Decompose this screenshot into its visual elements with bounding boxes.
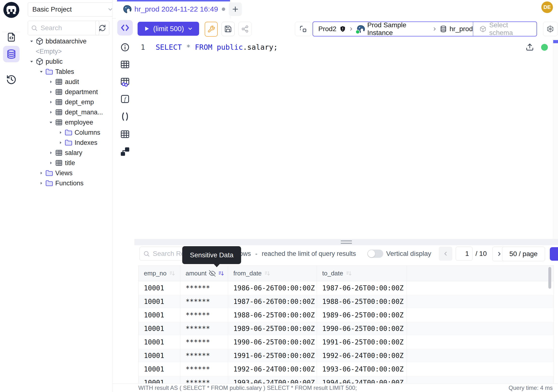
chevron-right-icon[interactable] (48, 160, 53, 166)
export-button[interactable] (550, 247, 558, 261)
postgresql-icon (122, 5, 131, 14)
tree-item-audit[interactable]: audit (23, 77, 112, 87)
tree-item-label: title (65, 159, 75, 167)
sql-code-line: 1SELECT * FROM public.salary; (140, 43, 278, 52)
folder-icon (65, 139, 72, 147)
tree-item-indexes[interactable]: Indexes (23, 138, 112, 148)
tree-item-views[interactable]: Views (23, 168, 112, 178)
new-tab-button[interactable] (229, 2, 242, 16)
user-avatar[interactable]: DE (541, 1, 553, 13)
line-number: 1 (140, 43, 145, 52)
schema-select[interactable]: Select schema (473, 22, 537, 36)
tree-item-title[interactable]: title (23, 158, 112, 168)
sql-editor[interactable]: 1SELECT * FROM public.salary; (134, 39, 558, 239)
page-size-select[interactable]: 50 / page (502, 247, 545, 261)
openai-icon (546, 25, 554, 33)
cell: 10001 (139, 281, 180, 295)
chevron-right-icon[interactable] (58, 130, 63, 135)
chevron-right-icon[interactable] (58, 140, 63, 145)
info-panel-button[interactable] (117, 40, 133, 55)
vertical-display-toggle[interactable] (367, 250, 383, 258)
database-nav-button[interactable] (3, 46, 19, 62)
prev-page-button[interactable] (439, 247, 452, 261)
chevron-right-icon[interactable] (48, 110, 53, 115)
sidebar-search-input[interactable] (40, 24, 96, 32)
project-select[interactable]: Basic Project (28, 2, 117, 17)
table-scrollbar-thumb[interactable] (548, 267, 551, 289)
chevron-right-icon (349, 26, 354, 32)
tree-item-department[interactable]: department (23, 87, 112, 97)
schema-diagram-panel-button[interactable] (117, 144, 133, 159)
chevron-right-icon[interactable] (48, 99, 53, 105)
data-table-panel-button[interactable] (117, 126, 133, 142)
schema-diagram-icon (120, 147, 130, 157)
share-button[interactable] (238, 22, 252, 36)
table-row[interactable]: 10001******1989-06-25T00:00:00Z1990-06-2… (139, 322, 554, 335)
table-row[interactable]: 10001******1993-06-24T00:00:00Z1994-06-2… (139, 376, 554, 383)
ai-assistant-button[interactable] (543, 22, 558, 36)
tree-item-functions[interactable]: Functions (23, 178, 112, 188)
batch-query-button[interactable] (295, 22, 311, 36)
results-table[interactable]: emp_noamountfrom_dateto_date 10001******… (138, 266, 554, 383)
upload-icon[interactable] (526, 43, 534, 51)
bytebase-logo-icon[interactable] (3, 2, 19, 18)
sort-icon[interactable] (346, 270, 352, 277)
table-relations-panel-button[interactable] (117, 74, 133, 90)
sort-icon[interactable] (169, 270, 176, 277)
vertical-display-label: Vertical display (386, 247, 431, 261)
sort-icon[interactable] (218, 270, 225, 277)
tree-item-salary[interactable]: salary (23, 148, 112, 158)
tree-item-employee[interactable]: employee (23, 117, 112, 127)
table-row[interactable]: 10001******1992-06-24T00:00:00Z1993-06-2… (139, 362, 554, 376)
eye-off-icon[interactable] (209, 270, 216, 277)
table-row[interactable]: 10001******1987-06-26T00:00:00Z1988-06-2… (139, 295, 554, 308)
page-number-input[interactable]: 1 (456, 247, 472, 261)
chevron-right-icon[interactable] (48, 150, 53, 156)
run-query-button[interactable]: (limit 500) (138, 22, 199, 36)
table-row[interactable]: 10001******1990-06-25T00:00:00Z1991-06-2… (139, 335, 554, 349)
column-header-from_date[interactable]: from_date (228, 266, 317, 281)
tree-item-dept-mana[interactable]: dept_mana... (23, 107, 112, 117)
table-body: 10001******1986-06-26T00:00:00Z1987-06-2… (139, 281, 554, 383)
chevron-down-icon[interactable] (48, 120, 53, 125)
chevron-right-icon[interactable] (39, 170, 44, 176)
function-panel-button[interactable]: f (117, 91, 133, 107)
column-header-to_date[interactable]: to_date (317, 266, 407, 281)
table-row[interactable]: 10001******1988-06-25T00:00:00Z1989-06-2… (139, 308, 554, 322)
tree-item-bbdataarchive[interactable]: bbdataarchive (23, 36, 112, 46)
tree-item-tables[interactable]: Tables (23, 67, 112, 77)
panel-splitter[interactable] (134, 239, 558, 245)
worksheet-file-nav-button[interactable] (3, 29, 19, 45)
refresh-button[interactable] (95, 21, 109, 35)
chevron-right-icon[interactable] (39, 181, 44, 186)
cell: 1991-06-25T00:00:00Z (317, 335, 407, 349)
tree-item-public[interactable]: public (23, 56, 112, 67)
brackets-panel-button[interactable] (117, 109, 133, 124)
table-panel-button[interactable] (117, 57, 133, 72)
code-panel-button[interactable] (117, 20, 133, 35)
editor-scrollbar[interactable] (553, 39, 558, 239)
column-header-amount[interactable]: amount (180, 266, 228, 281)
connection-breadcrumb[interactable]: Prod2 Prod Sample Instance hr_prod Selec… (313, 21, 537, 36)
column-header-emp_no[interactable]: emp_no (139, 266, 180, 281)
tab-hr-prod[interactable]: hr_prod 2024-11-22 16:49 (117, 0, 230, 18)
table-row[interactable]: 10001******1986-06-26T00:00:00Z1987-06-2… (139, 281, 554, 295)
chevron-down-icon[interactable] (29, 59, 34, 64)
save-button[interactable] (222, 22, 235, 36)
sort-icon[interactable] (264, 270, 271, 277)
history-nav-button[interactable] (3, 71, 19, 88)
admin-wrench-button[interactable] (205, 22, 218, 37)
svg-text:f: f (124, 96, 126, 102)
tree-item-dept-emp[interactable]: dept_emp (23, 97, 112, 107)
chevron-down-icon[interactable] (39, 69, 44, 74)
chevron-down-icon[interactable] (29, 39, 34, 44)
table-row[interactable]: 10001******1991-06-25T00:00:00Z1992-06-2… (139, 349, 554, 362)
tree-item-columns[interactable]: Columns (23, 127, 112, 138)
instance-label: Prod Sample Instance (367, 21, 430, 37)
query-time-text: Query time: 4 ms (508, 384, 553, 391)
editor-scrollbar-thumb[interactable] (553, 40, 558, 43)
chevron-right-icon[interactable] (48, 89, 53, 95)
chevron-right-icon[interactable] (48, 79, 53, 85)
cell-filler (407, 308, 554, 322)
tree-item-empty[interactable]: <Empty> (23, 46, 112, 56)
